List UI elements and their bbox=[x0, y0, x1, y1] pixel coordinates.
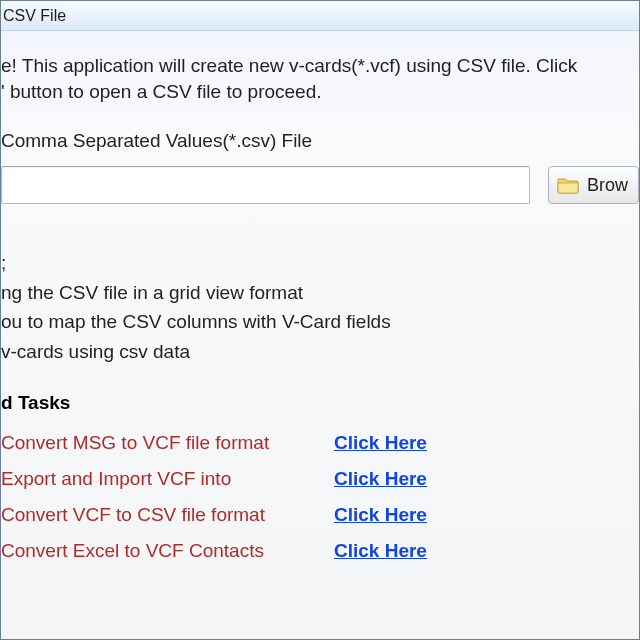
window-title: CSV File bbox=[3, 7, 66, 25]
task-label: Convert VCF to CSV file format bbox=[1, 504, 334, 526]
steps-line-0: ; bbox=[1, 248, 639, 277]
browse-button[interactable]: Brow bbox=[548, 166, 639, 204]
task-link-vcf-to-csv[interactable]: Click Here bbox=[334, 504, 427, 526]
task-row: Convert MSG to VCF file format Click Her… bbox=[1, 432, 639, 454]
browse-button-label: Brow bbox=[587, 175, 628, 196]
task-link-export-import-vcf[interactable]: Click Here bbox=[334, 468, 427, 490]
task-row: Convert Excel to VCF Contacts Click Here bbox=[1, 540, 639, 562]
titlebar: CSV File bbox=[1, 1, 639, 31]
steps-line-1: ng the CSV file in a grid view format bbox=[1, 278, 639, 307]
content-area: e! This application will create new v-ca… bbox=[1, 31, 639, 639]
task-row: Export and Import VCF into Click Here bbox=[1, 468, 639, 490]
steps-line-3: v-cards using csv data bbox=[1, 337, 639, 366]
app-window: CSV File e! This application will create… bbox=[0, 0, 640, 640]
file-picker-row: Brow bbox=[1, 166, 639, 204]
file-heading: Comma Separated Values(*.csv) File bbox=[1, 130, 639, 152]
folder-icon bbox=[557, 176, 579, 194]
steps-text: ; ng the CSV file in a grid view format … bbox=[1, 248, 639, 366]
welcome-line-2: ' button to open a CSV file to proceed. bbox=[1, 79, 639, 105]
welcome-line-1: e! This application will create new v-ca… bbox=[1, 53, 639, 79]
task-label: Export and Import VCF into bbox=[1, 468, 334, 490]
task-label: Convert MSG to VCF file format bbox=[1, 432, 334, 454]
related-tasks-list: Convert MSG to VCF file format Click Her… bbox=[1, 432, 639, 562]
welcome-text: e! This application will create new v-ca… bbox=[1, 53, 639, 104]
task-label: Convert Excel to VCF Contacts bbox=[1, 540, 334, 562]
csv-path-input[interactable] bbox=[1, 166, 530, 204]
task-link-excel-to-vcf[interactable]: Click Here bbox=[334, 540, 427, 562]
related-tasks-header: d Tasks bbox=[1, 392, 639, 414]
steps-line-2: ou to map the CSV columns with V-Card fi… bbox=[1, 307, 639, 336]
task-row: Convert VCF to CSV file format Click Her… bbox=[1, 504, 639, 526]
task-link-msg-to-vcf[interactable]: Click Here bbox=[334, 432, 427, 454]
